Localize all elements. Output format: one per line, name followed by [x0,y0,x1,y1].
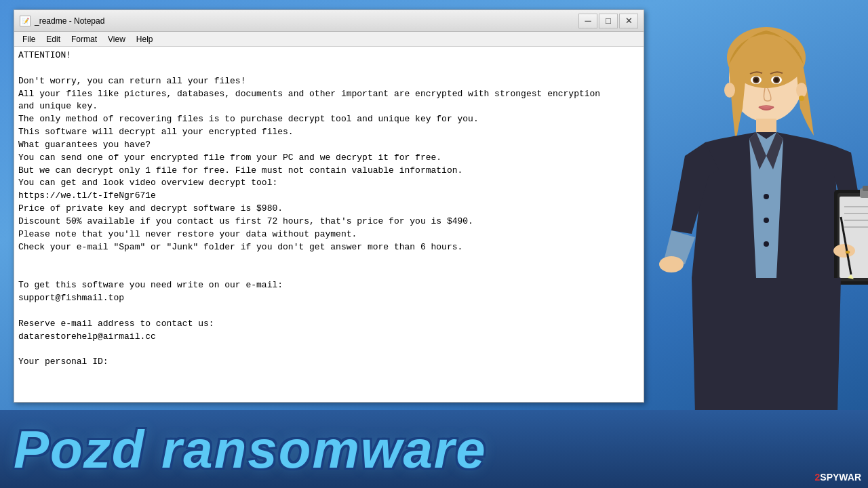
menu-help[interactable]: Help [131,33,159,45]
menu-file[interactable]: File [17,33,41,45]
banner-title: Pozd ransomware [14,423,487,476]
watermark-text: SPYWAR [820,472,861,483]
maximize-button[interactable]: □ [599,14,618,28]
window-icon: 📝 [20,16,31,26]
bottom-banner: Pozd ransomware [0,410,868,488]
menu-bar: File Edit Format View Help [14,32,644,47]
svg-point-14 [833,244,855,258]
svg-point-33 [799,96,804,101]
window-title: _readme - Notepad [35,16,578,26]
menu-edit[interactable]: Edit [41,33,66,45]
svg-point-27 [754,78,758,82]
svg-point-32 [796,83,807,98]
menu-view[interactable]: View [102,33,131,45]
title-bar: 📝 _readme - Notepad ─ □ ✕ [14,10,644,32]
notepad-text-area[interactable]: ATTENTION! Don't worry, you can return a… [14,47,644,402]
window-controls: ─ □ ✕ [578,14,638,28]
svg-point-31 [724,83,735,98]
menu-format[interactable]: Format [66,33,102,45]
svg-point-18 [764,218,769,223]
svg-rect-13 [863,186,868,191]
notepad-window: 📝 _readme - Notepad ─ □ ✕ File Edit Form… [14,9,644,403]
minimize-button[interactable]: ─ [578,14,597,28]
watermark: 2SPYWAR [815,472,861,483]
svg-point-4 [659,256,684,272]
svg-point-19 [764,241,769,247]
svg-point-17 [764,194,769,199]
svg-point-24 [846,251,850,253]
svg-point-30 [774,78,778,82]
close-button[interactable]: ✕ [619,14,638,28]
